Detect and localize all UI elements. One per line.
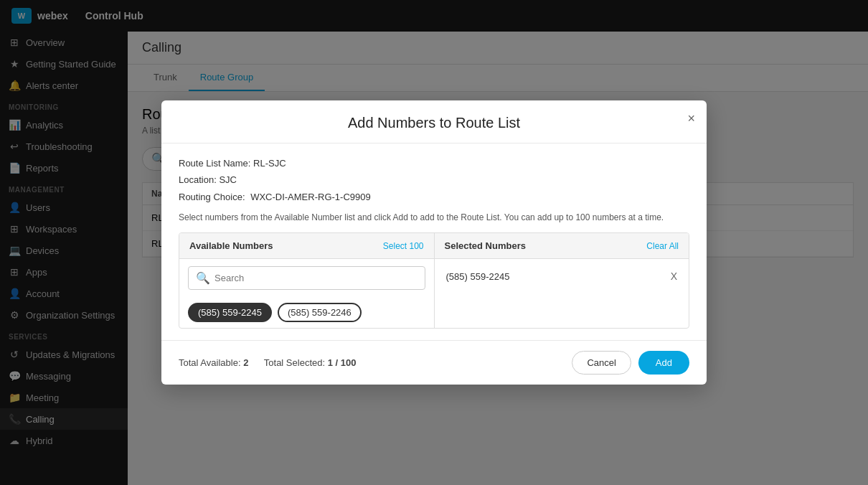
route-list-name-row: Route List Name: RL-SJC [179,155,689,171]
total-selected-label: Total Selected: [264,357,325,368]
route-list-name-label: Route List Name: [179,158,250,169]
total-selected-value: 1 / 100 [328,357,357,368]
modal-close-button[interactable]: × [687,112,695,125]
totals-available: Total Available: 2 Total Selected: 1 / 1… [179,357,356,368]
selected-numbers-list: (585) 559-2245 X [435,259,689,328]
add-button[interactable]: Add [638,351,689,375]
add-numbers-modal: Add Numbers to Route List × Route List N… [161,100,707,385]
modal-title: Add Numbers to Route List [179,115,689,131]
route-list-name-value: RL-SJC [253,158,286,169]
available-numbers-pane: Available Numbers Select 100 🔍 (585) 559… [179,233,434,328]
number-chip-selected[interactable]: (585) 559-2245 [188,303,272,322]
search-numbers-bar[interactable]: 🔍 [188,266,425,290]
modal-meta: Route List Name: RL-SJC Location: SJC Ro… [179,155,689,205]
selected-numbers-pane: Selected Numbers Clear All (585) 559-224… [435,233,689,328]
selected-numbers-header: Selected Numbers Clear All [435,233,689,259]
available-numbers-title: Available Numbers [189,240,273,251]
modal-footer: Total Available: 2 Total Selected: 1 / 1… [161,340,707,385]
routing-choice-label: Routing Choice: [179,192,245,202]
search-numbers-input[interactable] [214,273,418,283]
numbers-container: Available Numbers Select 100 🔍 (585) 559… [179,232,689,329]
location-row: Location: SJC [179,171,689,188]
selected-numbers-title: Selected Numbers [445,240,526,251]
select-100-link[interactable]: Select 100 [383,241,424,251]
available-numbers-header: Available Numbers Select 100 [179,233,434,259]
selected-number-value: (585) 559-2245 [446,271,510,282]
modal-overlay: Add Numbers to Route List × Route List N… [0,0,868,485]
clear-all-link[interactable]: Clear All [646,241,679,251]
modal-body: Route List Name: RL-SJC Location: SJC Ro… [161,143,707,340]
routing-choice-value: WXC-DI-AMER-RG-1-C9909 [250,192,371,202]
footer-buttons: Cancel Add [572,351,689,375]
search-numbers-icon: 🔍 [196,271,210,285]
location-value: SJC [219,174,237,185]
available-numbers-list: (585) 559-2245 (585) 559-2246 [179,297,434,328]
total-available-label: Total Available: [179,357,241,368]
number-chip[interactable]: (585) 559-2246 [278,303,362,322]
modal-header: Add Numbers to Route List × [161,100,707,143]
cancel-button[interactable]: Cancel [572,351,631,375]
remove-number-button[interactable]: X [671,270,677,282]
location-label: Location: [179,174,217,185]
selected-number-row: (585) 559-2245 X [443,265,681,288]
total-available-value: 2 [243,357,248,368]
modal-description: Select numbers from the Available Number… [179,212,689,222]
routing-choice-row: Routing Choice: WXC-DI-AMER-RG-1-C9909 [179,189,689,205]
